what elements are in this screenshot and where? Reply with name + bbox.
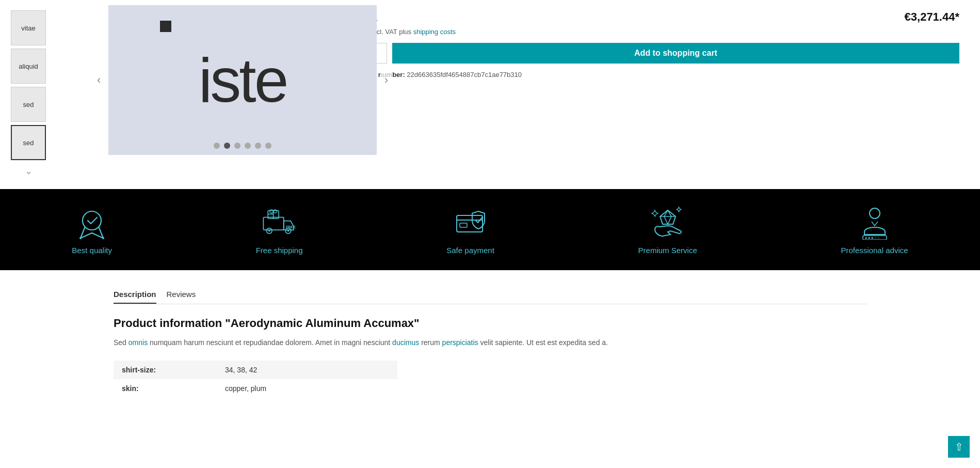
product-desc-text: Sed omnis numquam harum nesciunt et repu… <box>114 337 866 348</box>
product-image-text: iste <box>199 44 287 116</box>
vat-line: Prices incl. VAT plus shipping costs <box>351 28 959 36</box>
feature-free-shipping[interactable]: FREE Free shipping <box>256 205 303 255</box>
top-area: vitae aliquid sed sed ⌄ ‹ iste › <box>0 0 980 189</box>
price-value: €3,271.44* <box>905 10 959 24</box>
best-quality-icon <box>74 205 110 241</box>
thumbnail-aliquid[interactable]: aliquid <box>11 49 46 84</box>
premium-service-label: Premium Service <box>638 246 697 255</box>
svg-point-5 <box>268 230 270 232</box>
spec-value-shirt-size: 34, 38, 42 <box>217 361 397 379</box>
tabs-row: Description Reviews <box>114 286 866 304</box>
cart-row: Add to shopping cart <box>351 43 959 64</box>
right-panel: From 11 €3,271.44* Prices incl. VAT plus… <box>330 5 980 184</box>
desc-link-perspiciatis[interactable]: perspiciatis <box>442 338 478 347</box>
shipping-costs-link[interactable]: shipping costs <box>413 28 456 36</box>
svg-text:★★★☆☆: ★★★☆☆ <box>864 236 880 240</box>
desc-link-ducimus[interactable]: ducimus <box>392 338 419 347</box>
free-shipping-icon: FREE <box>261 205 297 241</box>
feature-professional-advice[interactable]: ★★★☆☆ Professional advice <box>841 205 908 255</box>
professional-advice-icon: ★★★☆☆ <box>857 205 893 241</box>
svg-rect-3 <box>263 217 283 230</box>
desc-link-omnis[interactable]: omnis <box>128 338 148 347</box>
feature-premium-service[interactable]: Premium Service <box>638 205 697 255</box>
svg-point-7 <box>287 230 290 232</box>
carousel-dot-1[interactable] <box>214 143 220 149</box>
spec-row-skin: skin: copper, plum <box>114 379 397 398</box>
carousel-dots <box>214 143 271 149</box>
safe-payment-label: Safe payment <box>446 246 494 255</box>
spec-row-shirt-size: shirt-size: 34, 38, 42 <box>114 361 397 379</box>
premium-service-icon <box>650 205 686 241</box>
price-row: From 11 €3,271.44* <box>351 10 959 24</box>
carousel-dot-2[interactable] <box>224 143 230 149</box>
svg-marker-12 <box>660 210 676 224</box>
best-quality-label: Best quality <box>72 246 112 255</box>
carousel-dot-6[interactable] <box>265 143 271 149</box>
svg-rect-10 <box>457 215 483 232</box>
thumbnail-sidebar: vitae aliquid sed sed ⌄ <box>0 5 57 184</box>
carousel-prev-button[interactable]: ‹ <box>93 71 105 89</box>
svg-text:FREE: FREE <box>286 225 296 228</box>
tab-description[interactable]: Description <box>114 286 156 304</box>
spec-key-shirt-size: shirt-size: <box>114 361 217 379</box>
carousel-dot-4[interactable] <box>245 143 251 149</box>
features-bar: Best quality <box>0 189 980 270</box>
add-to-cart-button[interactable]: Add to shopping cart <box>392 43 959 64</box>
professional-advice-label: Professional advice <box>841 246 908 255</box>
carousel-next-button[interactable]: › <box>380 71 392 89</box>
product-info-title: Product information "Aerodynamic Aluminu… <box>114 317 866 330</box>
svg-point-0 <box>83 211 101 230</box>
svg-point-14 <box>870 208 880 219</box>
free-shipping-label: Free shipping <box>256 246 303 255</box>
thumbnail-sed-1[interactable]: sed <box>11 87 46 122</box>
thumbnail-scroll-down[interactable]: ⌄ <box>11 163 46 179</box>
carousel-dot-5[interactable] <box>255 143 261 149</box>
description-section: Description Reviews Product information … <box>0 270 980 418</box>
main-image-container: ‹ iste › <box>57 5 330 184</box>
product-number-line: Product number: 22d663635fdf4654887cb7c1… <box>351 71 959 79</box>
product-number-value: 22d663635fdf4654887cb7c1ae77b310 <box>407 71 522 79</box>
svg-rect-11 <box>460 223 467 227</box>
feature-safe-payment[interactable]: Safe payment <box>446 205 494 255</box>
page-wrapper: vitae aliquid sed sed ⌄ ‹ iste › <box>0 0 980 418</box>
spec-value-skin: copper, plum <box>217 379 397 398</box>
feature-best-quality[interactable]: Best quality <box>72 205 112 255</box>
safe-payment-icon <box>453 205 489 241</box>
carousel-dot-3[interactable] <box>234 143 240 149</box>
thumbnail-sed-2[interactable]: sed <box>11 125 46 160</box>
thumbnail-vitae[interactable]: vitae <box>11 10 46 45</box>
image-square-decoration <box>160 21 171 32</box>
product-image: ‹ iste › <box>108 5 377 155</box>
spec-key-skin: skin: <box>114 379 217 398</box>
specs-table: shirt-size: 34, 38, 42 skin: copper, plu… <box>114 361 397 398</box>
tab-reviews[interactable]: Reviews <box>167 286 196 304</box>
